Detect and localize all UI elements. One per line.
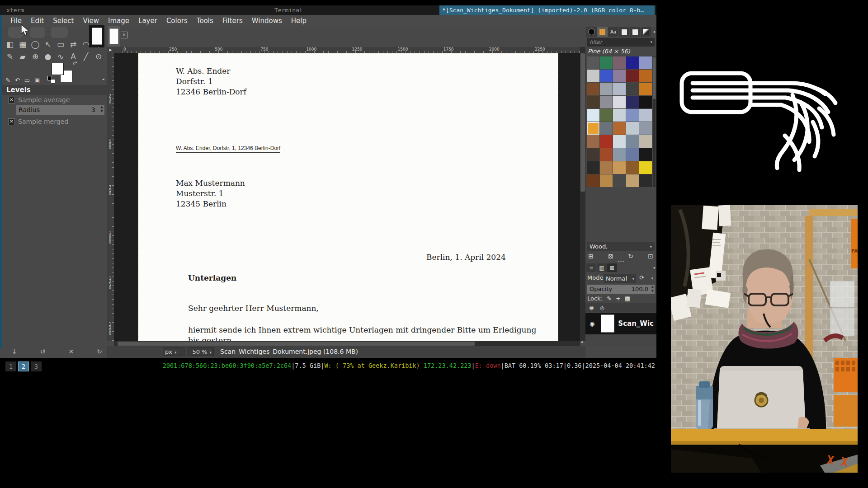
paths-tab[interactable]: ⊠ [607,263,617,272]
pattern-filter-input[interactable]: filter ▾ [587,38,655,47]
pattern-tile[interactable] [626,109,639,122]
layers-tab[interactable]: ≡ [586,263,596,272]
layer-visibility-icon[interactable]: ◉ [590,320,594,327]
menu-image[interactable]: Image [104,15,134,26]
pattern-tile[interactable] [613,96,626,108]
pattern-tile[interactable] [587,161,599,174]
delete-pattern-button[interactable]: ⊠ [608,253,613,260]
sample-merged-checkbox[interactable]: ✕ [8,118,15,125]
pattern-tile[interactable] [600,148,613,161]
fuzzy-select-tool[interactable]: ↖ [42,38,54,51]
pattern-tile[interactable] [613,56,626,69]
pattern-tile[interactable] [600,109,613,122]
menu-help[interactable]: Help [287,15,311,26]
pattern-tile[interactable] [587,148,599,161]
workspace-2[interactable]: 2 [18,361,29,371]
undo-history-tab[interactable]: ↶ [15,77,20,84]
spinner-arrows-icon[interactable]: ▲▼ [651,285,654,293]
zoom-select[interactable]: 50 %▾ [188,347,214,356]
zoom-tool[interactable]: ⊙ [92,51,105,63]
menu-view[interactable]: View [78,15,104,26]
pattern-tile[interactable] [639,161,652,174]
pattern-tile[interactable] [613,174,626,187]
menu-layer[interactable]: Layer [134,15,162,26]
pattern-tile[interactable] [600,122,613,135]
menu-filters[interactable]: Filters [218,15,247,26]
free-select-tool[interactable]: ◯ [29,38,42,51]
device-status-tab[interactable]: ▭ [24,77,30,84]
swap-colors-icon[interactable]: ⇄ [73,60,77,66]
pattern-tile[interactable] [613,83,626,95]
workspace-3[interactable]: 3 [31,361,42,371]
delete-preset-button[interactable]: ✕ [69,348,74,355]
pattern-tile[interactable] [587,174,599,187]
pattern-tile[interactable] [639,70,652,82]
pattern-tile[interactable] [600,56,613,69]
pattern-tile[interactable] [639,148,652,161]
sample-average-checkbox[interactable]: ✕ [8,97,15,103]
opacity-slider[interactable]: Opacity 100.0 ▲▼ [587,285,655,294]
pattern-tile[interactable] [600,70,613,82]
clone-tool[interactable]: ⊕ [29,51,42,63]
dock-collapse-icon[interactable]: ◂ [653,29,655,34]
pattern-tile[interactable] [600,161,613,174]
pattern-tile[interactable] [613,122,626,135]
layer-row[interactable]: ◉ Scan_Wic [585,313,656,334]
pattern-tile[interactable] [626,174,639,187]
visibility-icon[interactable]: ◉ [589,305,594,311]
dock-handle[interactable]: ••• [585,260,656,263]
pattern-tile[interactable] [587,135,599,148]
pattern-tile[interactable] [587,96,599,108]
pattern-tile[interactable] [600,83,613,95]
pattern-tile[interactable] [626,148,639,161]
patterns-tab[interactable] [597,27,608,37]
crop-tool[interactable]: ▭ [54,38,67,51]
link-icon[interactable]: ◎ [600,305,604,311]
pattern-footer-combo[interactable]: Wood, ▾ [587,242,655,251]
channels-tab[interactable]: ▥ [597,263,607,272]
pattern-tile[interactable] [639,56,652,69]
pattern-tile[interactable] [626,161,639,174]
pattern-tile[interactable] [613,148,626,161]
vertical-scrollbar[interactable] [580,47,585,341]
image-tab-active[interactable] [89,25,104,47]
duplicate-pattern-button[interactable]: ⊞ [588,253,594,260]
radius-spinner[interactable]: Radius 3 ▲▼ [16,105,104,115]
pattern-scrollbar[interactable] [653,56,656,187]
mode-switch-icon[interactable]: ⟳ [639,274,644,281]
pattern-tile[interactable] [626,56,639,69]
layer-mode-select[interactable]: Normal ▾ [604,274,636,283]
pattern-tile[interactable] [613,161,626,174]
pattern-tile[interactable] [587,122,599,135]
foreground-color-swatch[interactable] [52,63,64,75]
pattern-tile[interactable] [587,56,599,69]
spinner-arrows-icon[interactable]: ▲▼ [101,105,103,113]
pattern-tile[interactable] [626,70,639,82]
lock-alpha-icon[interactable]: ▦ [625,295,630,302]
tool-options-tab[interactable]: ✎ [5,77,10,84]
horizontal-scrollbar-thumb[interactable] [118,342,475,346]
pattern-tile[interactable] [639,96,652,108]
pattern-tile[interactable] [626,96,639,108]
paintbrush-tool[interactable]: ✎ [4,51,16,63]
reset-options-button[interactable]: ↻ [97,348,102,355]
pattern-tile[interactable] [587,109,599,122]
menu-colors[interactable]: Colors [162,15,192,26]
transform-tool[interactable]: ⇄ [67,38,80,51]
navigation-icon[interactable]: ▲ [581,340,583,343]
menu-tools[interactable]: Tools [192,15,218,26]
chevron-down-icon[interactable]: ▾ [651,276,653,281]
palettes-tab[interactable] [619,27,629,37]
paths-tool[interactable]: ∿ [54,51,67,63]
horizontal-scrollbar[interactable] [114,341,580,346]
pattern-tile[interactable] [600,135,613,148]
fonts-tab[interactable]: Aa [608,27,618,37]
pattern-tile[interactable] [587,70,599,82]
pattern-tile[interactable] [587,83,599,95]
workspace-1[interactable]: 1 [5,361,16,371]
unit-select[interactable]: px▾ [163,347,184,356]
tool-presets-tab[interactable] [641,27,651,37]
eraser-tool[interactable]: ▰ [16,51,29,63]
pattern-tile[interactable] [639,135,652,148]
pattern-tile[interactable] [639,83,652,95]
